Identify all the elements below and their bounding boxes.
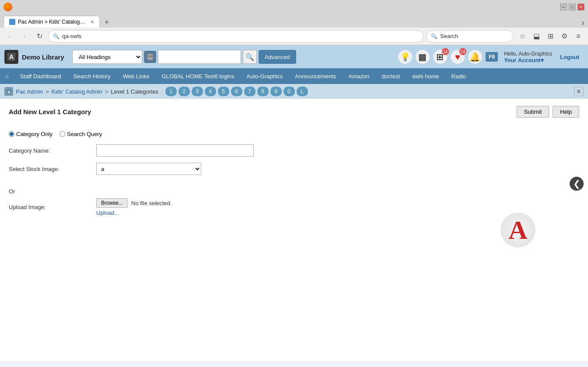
browse-button[interactable]: Browse... xyxy=(96,198,128,208)
tab-overflow-button[interactable]: › xyxy=(581,17,584,28)
active-tab[interactable]: Pac Admin > Kids' Catalog Adm... × xyxy=(4,16,100,28)
user-greeting: Hello, Auto-Graphics xyxy=(504,51,552,57)
minimize-button[interactable]: ─ xyxy=(560,3,567,10)
svg-text:A: A xyxy=(9,53,14,60)
page-btn-0[interactable]: 0 xyxy=(284,87,295,96)
nav-item-radio[interactable]: Radio xyxy=(445,68,472,84)
breadcrumb-sep-2: > xyxy=(105,88,108,95)
back-arrow-button[interactable]: ❮ xyxy=(570,177,584,191)
cart-badge: 14 xyxy=(442,48,449,55)
page-btn-4[interactable]: 4 xyxy=(205,87,216,96)
close-button[interactable]: ✕ xyxy=(578,3,584,10)
upload-controls: Browse... No file selected. Upload... xyxy=(96,198,172,216)
svg-point-4 xyxy=(147,57,153,60)
or-label: Or xyxy=(9,188,15,195)
radio-category-only[interactable]: Category Only xyxy=(9,131,52,137)
browser-search-box[interactable]: 🔍 Search xyxy=(426,30,514,42)
search-type-select[interactable]: All Headings Author Title Subject Keywor… xyxy=(72,50,142,64)
upload-link[interactable]: Upload... xyxy=(96,210,172,216)
address-text: qa-swls xyxy=(62,33,419,39)
pocket-icon[interactable]: ⊞ xyxy=(544,30,556,42)
action-buttons: Submit Help xyxy=(517,106,579,118)
refresh-button[interactable]: ↻ xyxy=(33,30,46,42)
radio-search-query[interactable]: Search Query xyxy=(60,131,102,137)
lightbulb-icon-button[interactable]: 💡 xyxy=(398,50,412,64)
nav-item-global-home[interactable]: GLOBAL HOME Test6 logins xyxy=(155,68,240,84)
firefox-logo xyxy=(4,3,12,11)
stock-image-select[interactable]: a b c xyxy=(96,163,201,175)
category-name-input[interactable] xyxy=(96,144,254,157)
search-input[interactable] xyxy=(158,50,241,64)
user-account-link[interactable]: Your Account▾ xyxy=(504,57,552,63)
svg-text:◈: ◈ xyxy=(7,90,10,94)
app-header: A Demo Library All Headings Author Title… xyxy=(0,45,588,68)
breadcrumb-current: Level 1 Categories xyxy=(111,88,158,95)
nav-bar: ‹ › ↻ 🔍 qa-swls 🔍 Search ☆ ⬓ ⊞ ⚙ ≡ xyxy=(0,28,588,45)
breadcrumb-pac-admin[interactable]: Pac Admin xyxy=(16,88,43,95)
page-btn-2[interactable]: 2 xyxy=(178,87,190,96)
database-icon[interactable] xyxy=(144,51,156,63)
preview-letter: A xyxy=(508,217,527,243)
page-btn-3[interactable]: 3 xyxy=(192,87,203,96)
menu-icon[interactable]: ≡ xyxy=(572,30,584,42)
heart-icon-button[interactable]: ♥ 14 xyxy=(451,50,465,64)
submit-button[interactable]: Submit xyxy=(517,106,549,118)
maximize-button[interactable]: □ xyxy=(569,3,576,10)
upload-row: Upload Image: Browse... No file selected… xyxy=(9,198,579,216)
nav-item-web-links[interactable]: Web Links xyxy=(117,68,155,84)
nav-item-amazon[interactable]: Amazon xyxy=(343,68,376,84)
search-button[interactable]: 🔍 xyxy=(243,50,257,64)
nav-item-swls-home[interactable]: swls home xyxy=(406,68,445,84)
browser-search-icon: 🔍 xyxy=(431,33,438,39)
nav-item-doctest[interactable]: doctest xyxy=(375,68,406,84)
bookmark-icon[interactable]: ☆ xyxy=(516,30,528,42)
advanced-button[interactable]: Advanced xyxy=(259,50,296,64)
extensions-icon[interactable]: ⚙ xyxy=(558,30,570,42)
page-btn-9[interactable]: 9 xyxy=(270,87,282,96)
page-btn-L[interactable]: L xyxy=(297,87,308,96)
forward-button[interactable]: › xyxy=(18,30,31,42)
nav-menu: ⌂ Staff Dashboard Search History Web Lin… xyxy=(0,68,588,84)
cart-icon-button[interactable]: ⊞ 14 xyxy=(433,50,447,64)
no-file-text: No file selected. xyxy=(131,200,172,206)
page-btn-6[interactable]: 6 xyxy=(231,87,242,96)
nav-item-staff-dashboard[interactable]: Staff Dashboard xyxy=(14,68,67,84)
or-divider: Or xyxy=(9,188,579,195)
radio-group: Category Only Search Query xyxy=(9,131,579,137)
browse-row: Browse... No file selected. xyxy=(96,198,172,208)
barcode-icon-button[interactable]: ▦ xyxy=(416,50,430,64)
back-button[interactable]: ‹ xyxy=(4,30,16,42)
breadcrumb-bar: ◈ Pac Admin > Kids' Catalog Admin > Leve… xyxy=(0,84,588,99)
form-section: Category Only Search Query Category Name… xyxy=(9,126,579,220)
breadcrumb-kids-catalog[interactable]: Kids' Catalog Admin xyxy=(52,88,102,95)
breadcrumb-sep-1: > xyxy=(46,88,49,95)
nav-home-icon[interactable]: ⌂ xyxy=(0,68,14,84)
tab-close-button[interactable]: × xyxy=(91,18,94,25)
tab-title: Pac Admin > Kids' Catalog Adm... xyxy=(18,19,86,25)
page-title: Add New Level 1 Category xyxy=(9,108,91,115)
help-button[interactable]: Help xyxy=(553,106,579,118)
nav-item-search-history[interactable]: Search History xyxy=(67,68,117,84)
address-bar[interactable]: 🔍 qa-swls xyxy=(48,30,424,42)
library-logo: A xyxy=(4,50,18,64)
image-preview: A xyxy=(500,213,536,248)
nav-item-announcements[interactable]: Announcements xyxy=(289,68,343,84)
close-breadcrumb-button[interactable]: ✕ xyxy=(574,87,584,96)
window-controls[interactable]: ─ □ ✕ xyxy=(560,3,584,10)
page-btn-1[interactable]: 1 xyxy=(165,87,177,96)
tab-bar: Pac Admin > Kids' Catalog Adm... × + › xyxy=(0,14,588,28)
page-btn-8[interactable]: 8 xyxy=(257,87,269,96)
nav-item-auto-graphics[interactable]: Auto-Graphics xyxy=(240,68,289,84)
category-name-label: Category Name: xyxy=(9,147,96,154)
new-tab-button[interactable]: + xyxy=(102,17,112,28)
logout-button[interactable]: Logout xyxy=(556,52,584,62)
stock-image-label: Select Stock Image: xyxy=(9,166,96,172)
upload-image-label: Upload Image: xyxy=(9,204,96,210)
bell-icon-button[interactable]: 🔔 xyxy=(468,50,482,64)
f9-button[interactable]: F9 xyxy=(486,52,498,62)
page-btn-5[interactable]: 5 xyxy=(218,87,229,96)
screenshot-icon[interactable]: ⬓ xyxy=(530,30,542,42)
search-controls: All Headings Author Title Subject Keywor… xyxy=(72,50,296,64)
page-btn-7[interactable]: 7 xyxy=(244,87,256,96)
pagination: 1 2 3 4 5 6 7 8 9 0 L xyxy=(165,87,308,96)
